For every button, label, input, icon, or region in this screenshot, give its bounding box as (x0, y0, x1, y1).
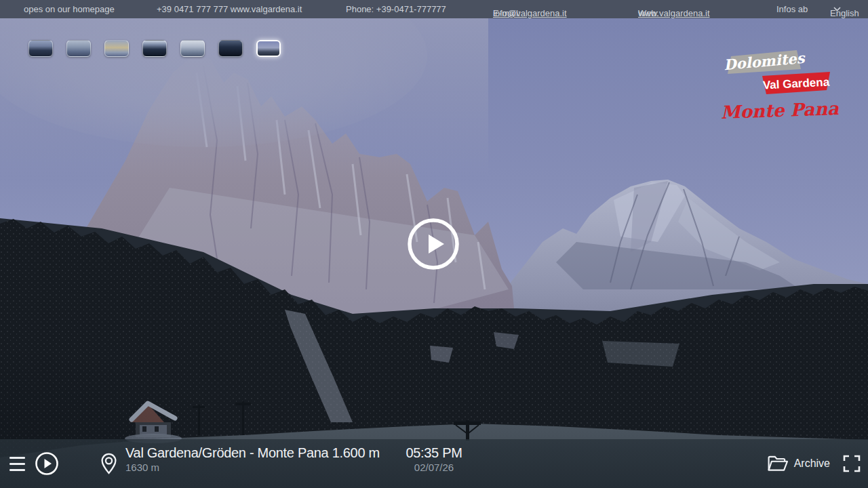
menu-button[interactable] (9, 457, 25, 474)
web-link[interactable]: www.valgardena.it (638, 8, 710, 18)
webcam-thumbnail-7-selected[interactable] (256, 40, 281, 57)
webcam-thumbnail-6[interactable] (218, 40, 243, 57)
phone-text: Phone: +39-0471-777777 (346, 4, 446, 14)
player-controls-bar: Val Gardena/Gröden - Monte Pana 1.600 m … (0, 439, 868, 488)
ticker-text-left: opes on our homepage (24, 4, 115, 14)
mini-play-icon (35, 451, 59, 476)
ticker-text-right: Infos ab (776, 4, 808, 14)
location-pin-icon (100, 451, 118, 479)
hamburger-icon (9, 457, 25, 471)
fullscreen-button[interactable] (843, 455, 861, 472)
webcam-thumbnail-2[interactable] (66, 40, 91, 57)
valgardena-logo: Dolomites Val Gardena Monte Pana (719, 41, 854, 129)
webcam-elevation: 1630 m (125, 462, 380, 474)
contact-info-text: +39 0471 777 777 www.valgardena.it (157, 4, 302, 14)
webcam-title: Val Gardena/Gröden - Monte Pana 1.600 m (125, 444, 380, 462)
play-icon (406, 217, 460, 271)
timestamp: 05:35 PM 02/07/26 (406, 444, 462, 474)
fullscreen-icon (843, 455, 861, 472)
mini-play-button[interactable] (35, 451, 59, 479)
webcam-thumbnail-5[interactable] (180, 40, 205, 57)
archive-button[interactable]: Archive (768, 455, 830, 472)
webcam-time: 05:35 PM (406, 444, 462, 462)
webcam-thumbnail-strip (28, 40, 281, 57)
language-selector[interactable]: English (830, 4, 841, 14)
webcam-date: 02/07/26 (406, 462, 462, 474)
folder-icon (768, 455, 788, 472)
webcam-thumbnail-4[interactable] (142, 40, 167, 57)
webcam-thumbnail-1[interactable] (28, 40, 53, 57)
logo-brand-text: Dolomites (723, 49, 806, 73)
play-button[interactable] (406, 217, 460, 271)
topbar: opes on our homepage +39 0471 777 777 ww… (0, 0, 868, 18)
archive-label: Archive (794, 458, 830, 470)
email-link[interactable]: info@valgardena.it (493, 8, 567, 18)
webcam-viewer: opes on our homepage +39 0471 777 777 ww… (0, 0, 868, 488)
logo-location-text: Monte Pana (720, 98, 840, 123)
webcam-thumbnail-3[interactable] (104, 40, 129, 57)
location-info: Val Gardena/Gröden - Monte Pana 1.600 m … (125, 444, 380, 474)
